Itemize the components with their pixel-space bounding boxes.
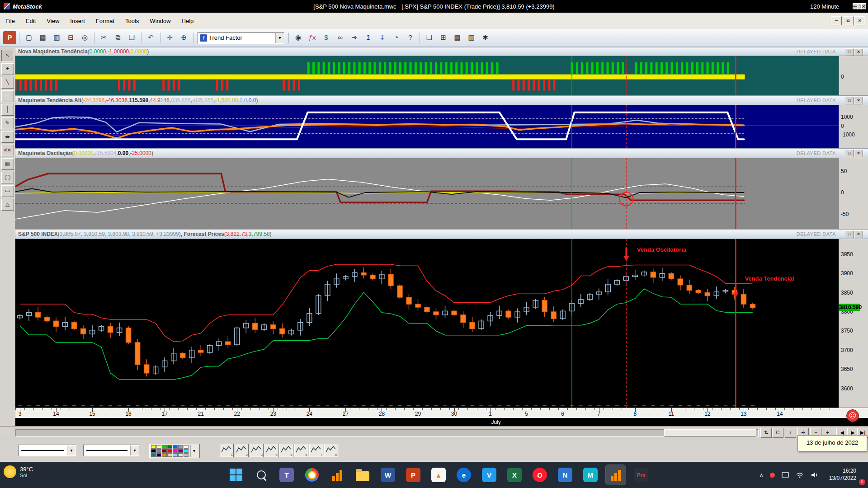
zoom-tool-button[interactable]: ⊕ (177, 31, 190, 44)
chart-style-button-8[interactable]: 8 (324, 444, 338, 457)
chart-style-button-1[interactable]: 1 (220, 444, 234, 457)
menu-help[interactable]: Help (176, 16, 199, 26)
chevron-down-icon[interactable]: ▾ (67, 446, 75, 455)
palette-color-swatch[interactable] (162, 453, 167, 457)
palette-color-swatch[interactable] (156, 449, 161, 453)
ellipse-tool[interactable]: ◯ (1, 172, 14, 183)
chart-style-button-3[interactable]: 3 (250, 444, 264, 457)
help-pointer-button[interactable]: ? (404, 31, 417, 44)
palette-color-swatch[interactable] (162, 445, 167, 449)
app-excel[interactable]: X (505, 465, 524, 485)
app-explorer[interactable] (353, 465, 373, 485)
minimize-button[interactable]: ─ (853, 3, 857, 9)
color-palette[interactable]: ▾ (149, 444, 200, 458)
crosshair-tool[interactable]: + (1, 63, 14, 75)
panel-restore-button[interactable]: □ (845, 97, 854, 104)
plot-sp500-price[interactable]: Venda OscilatóriaVenda Tendencial (15, 239, 839, 408)
palette-color-swatch[interactable] (156, 445, 161, 449)
pointer-tool[interactable]: ↖ (1, 50, 14, 61)
tray-chevron-icon[interactable]: ∧ (759, 472, 764, 479)
tile-windows-button[interactable]: ⊞ (437, 31, 450, 44)
palette-color-swatch[interactable] (151, 445, 156, 449)
compress-button[interactable]: C (772, 428, 783, 438)
palette-color-swatch[interactable] (156, 453, 161, 457)
menu-view[interactable]: View (41, 16, 65, 26)
palette-color-swatch[interactable] (167, 449, 172, 453)
panel-close-button[interactable]: ✕ (854, 230, 863, 238)
doc-close-button[interactable]: ✕ (854, 16, 865, 25)
upload-button[interactable]: ↥ (362, 31, 375, 44)
start-button[interactable] (226, 465, 246, 485)
chevron-down-icon[interactable]: ▾ (275, 33, 284, 43)
panel-restore-button[interactable]: □ (845, 48, 854, 56)
alert-smiley-icon[interactable]: ☹ (846, 409, 859, 422)
download-button[interactable]: ↧ (376, 31, 389, 44)
grid-tool[interactable]: ▦ (1, 158, 14, 170)
palette-color-swatch[interactable] (173, 453, 178, 457)
vertical-line-tool[interactable]: │ (1, 104, 14, 116)
palette-color-swatch[interactable] (178, 453, 183, 457)
palette-color-swatch[interactable] (167, 445, 172, 449)
chart-style-button-7[interactable]: 7 (309, 444, 323, 457)
explorer-button[interactable]: ∞ (334, 31, 347, 44)
menu-window[interactable]: Window (144, 16, 176, 26)
taskbar-clock[interactable]: 16:20 13/07/2022 (829, 467, 856, 482)
plot-maquineta-tendencia-alt[interactable] (15, 105, 839, 148)
palette-color-swatch[interactable] (184, 449, 189, 453)
tile-vertical-button[interactable]: ▥ (465, 31, 478, 44)
palette-color-swatch[interactable] (173, 445, 178, 449)
pan-chart-button[interactable]: ✛ (163, 31, 176, 44)
quotecenter-button[interactable]: ◉ (292, 31, 305, 44)
panel-close-button[interactable]: ✕ (854, 150, 863, 157)
system-tester-button[interactable]: ➜ (348, 31, 361, 44)
horizontal-scrollbar-thumb[interactable] (664, 429, 756, 436)
app-vlc[interactable]: ▲ (429, 465, 448, 485)
taskbar-search[interactable] (251, 465, 271, 485)
palette-color-swatch[interactable] (151, 453, 156, 457)
price-scale-maquineta-oscilacao[interactable]: 500-50 (839, 158, 860, 229)
app-metastock-active[interactable] (606, 465, 626, 485)
app-notes[interactable]: N (555, 465, 575, 485)
text-tool[interactable]: abc (1, 145, 14, 156)
trendline-tool[interactable]: ╲ (1, 77, 14, 89)
weather-widget[interactable]: 39°C Sol (4, 465, 33, 478)
maximize-button[interactable]: □ (857, 3, 861, 9)
chart-style-button-2[interactable]: 2 (235, 444, 249, 457)
expert-advisor-button[interactable]: $ (320, 31, 333, 44)
new-chart-button[interactable]: ▢ (22, 31, 35, 44)
app-pro[interactable]: Pro (631, 465, 651, 485)
chart-style-button-4[interactable]: 4 (264, 444, 278, 457)
tray-wifi-icon[interactable] (796, 471, 804, 479)
app-chrome[interactable] (302, 465, 322, 485)
open-chart-button[interactable]: ▤ (36, 31, 49, 44)
plot-maquineta-oscilacao[interactable] (15, 158, 839, 229)
doc-restore-button[interactable]: ⧉ (843, 16, 854, 25)
palette-color-swatch[interactable] (184, 453, 189, 457)
palette-color-swatch[interactable] (178, 449, 183, 453)
close-button[interactable]: ✕ (861, 3, 866, 9)
chart-style-button-6[interactable]: 6 (294, 444, 308, 457)
tray-display-icon[interactable] (781, 471, 789, 479)
undo-button[interactable]: ↶ (144, 31, 157, 44)
zoom-height-button[interactable]: ⇅ (760, 428, 772, 438)
panel-close-button[interactable]: ✕ (854, 48, 863, 56)
tray-alert-icon[interactable] (770, 473, 775, 478)
plot-nova-maquineta-tendencia[interactable] (15, 56, 839, 95)
workspace-options-button[interactable]: ✱ (479, 31, 492, 44)
doc-minimize-button[interactable]: ─ (831, 16, 842, 25)
save-button[interactable]: ▥ (50, 31, 63, 44)
copy-button[interactable]: ⧉ (111, 31, 124, 44)
palette-color-swatch[interactable] (178, 445, 183, 449)
line-style-select[interactable]: ▾ (18, 445, 76, 456)
price-scale-nova-maquineta-tendencia[interactable]: 0 (839, 56, 860, 95)
menu-edit[interactable]: Edit (20, 16, 41, 26)
palette-color-swatch[interactable] (167, 453, 172, 457)
print-button[interactable]: ⊟ (64, 31, 77, 44)
horizontal-line-tool[interactable]: ─ (1, 90, 14, 102)
price-scale-sp500-price[interactable]: 395039003850380037503700365036003810.590 (839, 239, 860, 408)
chevron-down-icon[interactable]: ▾ (190, 445, 198, 457)
chart-style-button-5[interactable]: 5 (279, 444, 293, 457)
triangle-tool[interactable]: △ (1, 199, 14, 211)
app-meet[interactable]: M (580, 465, 600, 485)
chevron-down-icon[interactable]: ▾ (130, 446, 139, 455)
